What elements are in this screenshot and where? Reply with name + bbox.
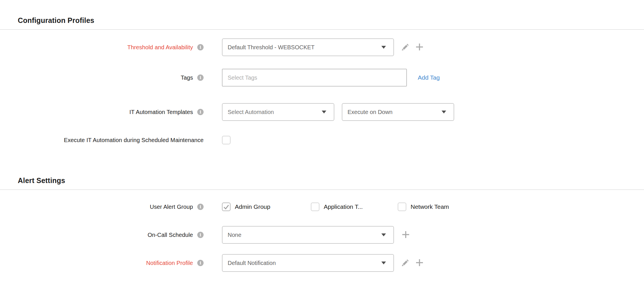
caret-down-icon	[381, 233, 386, 236]
add-on-call-schedule-button[interactable]	[401, 230, 411, 240]
it-automation-label-wrap: IT Automation Templates i	[0, 109, 204, 116]
form-row-user-alert-group: User Alert Group i Admin Group Applicati…	[0, 198, 644, 216]
tags-input[interactable]	[222, 69, 407, 87]
notification-profile-select[interactable]: Default Notification	[222, 254, 394, 272]
notification-profile-label: Notification Profile	[146, 260, 193, 267]
info-icon[interactable]: i	[197, 260, 204, 266]
section-title-configuration-profiles: Configuration Profiles	[18, 0, 644, 25]
section-divider	[0, 29, 644, 30]
add-tag-link[interactable]: Add Tag	[418, 74, 440, 81]
form-row-threshold: Threshold and Availability i Default Thr…	[0, 38, 644, 56]
user-alert-group-option-admin-group[interactable]: Admin Group	[222, 203, 311, 211]
maintenance-automation-label: Execute IT Automation during Scheduled M…	[64, 137, 204, 144]
plus-icon	[415, 42, 424, 53]
threshold-profile-select[interactable]: Default Threshold - WEBSOCKET	[222, 38, 394, 56]
info-icon[interactable]: i	[197, 74, 204, 81]
edit-notification-profile-button[interactable]	[401, 258, 410, 268]
section-title-alert-settings: Alert Settings	[18, 176, 644, 185]
caret-down-icon	[322, 111, 326, 113]
form-row-on-call-schedule: On-Call Schedule i None	[0, 226, 644, 244]
info-icon[interactable]: i	[197, 232, 204, 238]
notification-profile-value: Default Notification	[228, 260, 276, 266]
automation-template-select[interactable]: Select Automation	[222, 103, 334, 121]
checkbox-label: Network Team	[411, 203, 449, 210]
checkbox	[398, 203, 406, 211]
on-call-schedule-label: On-Call Schedule	[148, 231, 193, 239]
caret-down-icon	[381, 46, 386, 49]
form-row-maintenance-automation: Execute IT Automation during Scheduled M…	[0, 131, 644, 149]
pencil-icon	[401, 258, 410, 268]
automation-trigger-value: Execute on Down	[348, 109, 393, 115]
it-automation-label: IT Automation Templates	[129, 109, 193, 116]
edit-threshold-profile-button[interactable]	[401, 42, 410, 52]
maintenance-label-wrap: Execute IT Automation during Scheduled M…	[0, 137, 204, 144]
user-alert-group-label-wrap: User Alert Group i	[0, 203, 204, 211]
info-icon[interactable]: i	[197, 109, 204, 115]
checkbox-label: Application T...	[324, 203, 363, 210]
tags-label-wrap: Tags i	[0, 74, 204, 81]
checkbox	[311, 203, 319, 211]
maintenance-automation-checkbox[interactable]	[222, 136, 231, 144]
checkbox	[222, 203, 231, 211]
threshold-profile-value: Default Threshold - WEBSOCKET	[228, 44, 315, 51]
threshold-profile-label: Threshold and Availability	[127, 44, 193, 51]
tags-label: Tags	[181, 74, 193, 81]
automation-template-value: Select Automation	[228, 109, 274, 115]
user-alert-group-option-application-team[interactable]: Application T...	[311, 203, 398, 211]
user-alert-group-option-network-team[interactable]: Network Team	[398, 203, 449, 211]
checkbox-label: Admin Group	[235, 203, 270, 210]
caret-down-icon	[381, 262, 386, 264]
plus-icon	[415, 258, 424, 268]
on-call-schedule-value: None	[228, 232, 241, 238]
section-divider	[0, 189, 644, 190]
info-icon[interactable]: i	[197, 204, 204, 210]
form-row-it-automation: IT Automation Templates i Select Automat…	[0, 103, 644, 121]
pencil-icon	[401, 42, 410, 52]
info-icon[interactable]: i	[197, 44, 204, 50]
form-row-tags: Tags i Add Tag	[0, 69, 644, 87]
plus-icon	[401, 230, 411, 240]
notification-profile-label-wrap: Notification Profile i	[0, 260, 204, 267]
automation-trigger-select[interactable]: Execute on Down	[342, 103, 454, 121]
add-threshold-profile-button[interactable]	[415, 42, 424, 52]
form-row-notification-profile: Notification Profile i Default Notificat…	[0, 254, 644, 272]
threshold-label-wrap: Threshold and Availability i	[0, 44, 204, 51]
on-call-schedule-select[interactable]: None	[222, 226, 394, 244]
add-notification-profile-button[interactable]	[415, 258, 424, 268]
user-alert-group-label: User Alert Group	[150, 203, 193, 211]
on-call-schedule-label-wrap: On-Call Schedule i	[0, 231, 204, 239]
caret-down-icon	[442, 111, 446, 113]
